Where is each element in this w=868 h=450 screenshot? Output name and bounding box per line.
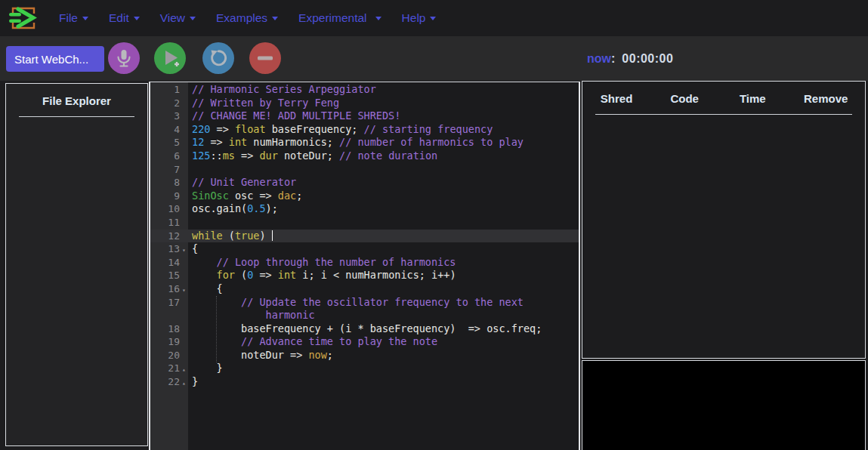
menu-file[interactable]: File	[59, 11, 88, 25]
code-text: noteDur => now;	[188, 349, 333, 362]
add-shred-button[interactable]	[154, 42, 186, 74]
now-colon: :	[611, 52, 615, 66]
fold-marker-icon[interactable]: ▴	[180, 377, 188, 390]
chevron-down-icon	[190, 17, 196, 20]
code-text: 12 => int numHarmonics; // number of har…	[188, 136, 524, 149]
menu-edit[interactable]: Edit	[109, 11, 140, 25]
line-number: 19	[150, 335, 188, 349]
code-line[interactable]: 512 => int numHarmonics; // number of ha…	[150, 136, 579, 149]
menu-help[interactable]: Help	[402, 11, 437, 25]
code-text: // CHANGE ME! ADD MULTIPLE SHREDS!	[188, 109, 400, 123]
remove-shred-icon	[256, 49, 274, 67]
menu-experimental-label: Experimental	[298, 11, 366, 25]
code-line[interactable]: harmonic	[150, 309, 579, 322]
code-line[interactable]: 12while (true)	[150, 230, 579, 243]
code-text	[188, 163, 192, 177]
code-line[interactable]: 7	[150, 163, 579, 177]
shred-table-panel: Shred Code Time Remove	[582, 81, 866, 359]
now-label: now	[587, 52, 611, 66]
chuck-time-display: now:00:00:00	[587, 36, 673, 81]
code-text: // Harmonic Series Arpeggiator	[188, 83, 376, 97]
code-line[interactable]: 1// Harmonic Series Arpeggiator	[150, 83, 579, 97]
microphone-icon	[115, 48, 133, 68]
remove-col-header: Remove	[786, 92, 865, 105]
line-number: 8	[150, 176, 188, 190]
replace-shred-icon	[209, 48, 228, 68]
code-line[interactable]: 22▴}	[150, 375, 579, 389]
code-text: osc.gain(0.5);	[188, 202, 278, 216]
code-lines: 1// Harmonic Series Arpeggiator2// Writt…	[150, 83, 579, 389]
line-number: 13▾	[150, 242, 188, 256]
code-editor[interactable]: 1// Harmonic Series Arpeggiator2// Writt…	[149, 82, 580, 450]
code-line[interactable]: 13▾{	[150, 242, 579, 256]
line-number: 4	[150, 123, 188, 137]
line-number: 15	[150, 269, 188, 282]
chevron-down-icon	[375, 17, 381, 20]
code-line[interactable]: 19 // Advance time to play the note	[150, 335, 579, 349]
chevron-down-icon	[134, 17, 140, 20]
line-number: 12	[150, 230, 188, 243]
menu-items: File Edit View Examples Experimental Hel…	[59, 11, 436, 25]
now-time-value: 00:00:00	[622, 52, 673, 66]
code-text: // Update the oscillator frequency to th…	[188, 296, 524, 310]
menu-view-label: View	[160, 11, 185, 25]
microphone-button[interactable]	[108, 42, 140, 74]
shred-col-header: Shred	[582, 92, 650, 105]
code-text: 125::ms => dur noteDur; // note duration	[188, 149, 437, 163]
line-number: 7	[150, 163, 188, 177]
code-text: SinOsc osc => dac;	[188, 190, 302, 203]
menu-experimental[interactable]: Experimental	[298, 11, 381, 25]
line-number: 18	[150, 322, 188, 336]
line-number: 5	[150, 136, 188, 149]
text-cursor	[272, 230, 273, 241]
line-number: 21▴	[150, 362, 188, 375]
code-line[interactable]: 3// CHANGE ME! ADD MULTIPLE SHREDS!	[150, 109, 579, 123]
code-line[interactable]: 4220 => float baseFrequency; // starting…	[150, 123, 579, 137]
code-text: }	[188, 375, 198, 389]
line-number: 2	[150, 97, 188, 110]
menubar: File Edit View Examples Experimental Hel…	[0, 0, 868, 36]
code-line[interactable]: 11	[150, 216, 579, 230]
code-text: }	[188, 362, 223, 375]
code-text: while (true)	[188, 230, 273, 243]
remove-shred-button[interactable]	[249, 42, 281, 74]
menu-examples-label: Examples	[216, 11, 267, 25]
code-line[interactable]: 18 baseFrequency + (i * baseFrequency) =…	[150, 322, 579, 336]
chuck-logo-icon	[7, 3, 37, 33]
code-line[interactable]: 2// Written by Terry Feng	[150, 97, 579, 110]
toolbar: Start WebCh... now:00:00:00	[0, 36, 868, 81]
line-number: 6	[150, 149, 188, 163]
menu-view[interactable]: View	[160, 11, 196, 25]
line-number: 20	[150, 349, 188, 362]
code-text: // Written by Terry Feng	[188, 97, 339, 110]
code-line[interactable]: 10osc.gain(0.5);	[150, 202, 579, 216]
line-number: 14	[150, 256, 188, 270]
code-text: baseFrequency + (i * baseFrequency) => o…	[188, 322, 542, 336]
menu-file-label: File	[59, 11, 78, 25]
shred-table-divider	[595, 114, 852, 115]
code-line[interactable]: 17 // Update the oscillator frequency to…	[150, 296, 579, 310]
code-text: // Loop through the number of harmonics	[188, 256, 456, 270]
replace-shred-button[interactable]	[202, 42, 234, 74]
code-line[interactable]: 8// Unit Generator	[150, 176, 579, 190]
line-number: 16▾	[150, 282, 188, 296]
code-line[interactable]: 6125::ms => dur noteDur; // note duratio…	[150, 149, 579, 163]
menu-examples[interactable]: Examples	[216, 11, 278, 25]
menu-edit-label: Edit	[109, 11, 129, 25]
code-line[interactable]: 15 for (0 => int i; i < numHarmonics; i+…	[150, 269, 579, 282]
file-explorer-panel: File Explorer	[5, 83, 148, 446]
file-explorer-divider	[19, 116, 134, 117]
code-line[interactable]: 21▴ }	[150, 362, 579, 375]
code-line[interactable]: 14 // Loop through the number of harmoni…	[150, 256, 579, 270]
play-add-shred-icon	[160, 48, 180, 68]
code-text	[188, 216, 192, 230]
code-line[interactable]: 9SinOsc osc => dac;	[150, 190, 579, 203]
code-line[interactable]: 16▾ {	[150, 282, 579, 296]
line-number: 17	[150, 296, 188, 310]
code-text: {	[188, 282, 223, 296]
code-text: 220 => float baseFrequency; // starting …	[188, 123, 493, 137]
start-webchuck-button[interactable]: Start WebCh...	[6, 46, 104, 72]
code-line[interactable]: 20 noteDur => now;	[150, 349, 579, 362]
line-number: 9	[150, 190, 188, 203]
line-number: 22▴	[150, 375, 188, 389]
